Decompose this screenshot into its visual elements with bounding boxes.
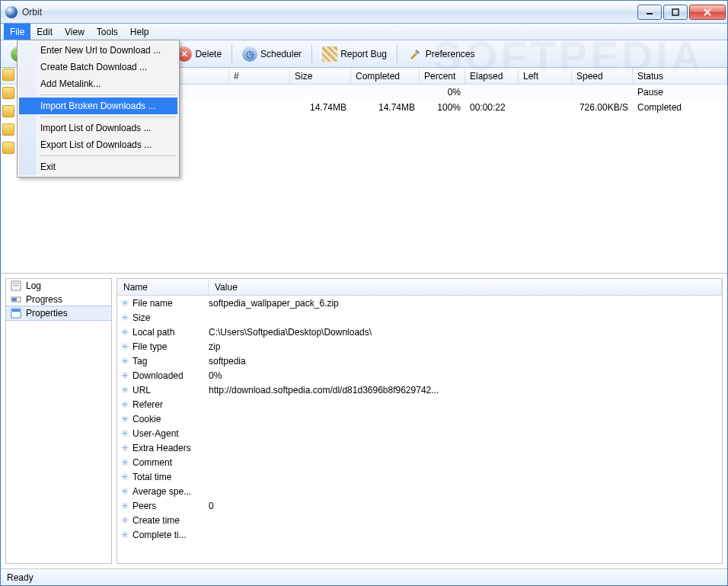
- tb-preferences-label: Preferences: [426, 49, 475, 59]
- th-speed[interactable]: Speed: [572, 68, 633, 84]
- nav-log-label: Log: [26, 280, 41, 291]
- expand-icon[interactable]: ✳: [117, 298, 133, 309]
- tb-separator: [397, 45, 398, 63]
- nav-properties[interactable]: Properties: [5, 306, 112, 321]
- td-status: Completed: [633, 102, 727, 113]
- category-gutter: [0, 69, 17, 160]
- td-percent: 0%: [420, 87, 465, 98]
- expand-icon[interactable]: ✳: [117, 327, 133, 338]
- td-percent: 100%: [420, 102, 465, 113]
- tb-scheduler[interactable]: ◷Scheduler: [237, 44, 307, 64]
- expand-icon[interactable]: ✳: [117, 457, 133, 468]
- expand-icon[interactable]: ✳: [117, 399, 133, 410]
- properties-body: ✳File namesoftpedia_wallpaper_pack_6.zip…: [117, 296, 722, 563]
- tb-delete-label: Delete: [195, 49, 222, 59]
- th-num[interactable]: #: [229, 68, 290, 84]
- properties-icon: [11, 308, 21, 319]
- menu-view[interactable]: View: [59, 24, 91, 40]
- category-icon[interactable]: [2, 69, 14, 81]
- window-title: Orbit: [22, 7, 42, 18]
- nav-progress[interactable]: Progress: [6, 293, 111, 306]
- expand-icon[interactable]: ✳: [117, 515, 133, 526]
- expand-icon[interactable]: ✳: [117, 428, 133, 439]
- th-completed[interactable]: Completed: [351, 68, 420, 84]
- prop-head-value[interactable]: Value: [209, 279, 722, 295]
- category-icon[interactable]: [2, 142, 14, 154]
- detail-pane: Log Progress Properties Name Value ✳File…: [1, 274, 727, 568]
- property-row[interactable]: ✳Peers0: [117, 498, 722, 513]
- td-completed: 14.74MB: [351, 102, 420, 113]
- prop-head-name[interactable]: Name: [117, 279, 209, 295]
- expand-icon[interactable]: ✳: [117, 370, 133, 381]
- minimize-button[interactable]: [637, 5, 662, 20]
- property-row[interactable]: ✳Complete ti...: [117, 527, 722, 542]
- menu-item[interactable]: Exit: [19, 159, 177, 175]
- th-elapsed[interactable]: Elapsed: [465, 68, 519, 84]
- property-name: Create time: [133, 515, 209, 526]
- expand-icon[interactable]: ✳: [117, 385, 133, 395]
- menu-tools[interactable]: Tools: [91, 24, 124, 40]
- property-value: softpedia_wallpaper_pack_6.zip: [209, 298, 722, 309]
- property-row[interactable]: ✳Downloaded0%: [117, 368, 722, 383]
- property-name: Tag: [133, 356, 209, 367]
- category-icon[interactable]: [2, 87, 14, 99]
- tb-preferences[interactable]: Preferences: [402, 44, 481, 64]
- tb-separator: [231, 45, 232, 63]
- statusbar: Ready: [1, 568, 727, 585]
- maximize-button[interactable]: [663, 5, 688, 20]
- property-row[interactable]: ✳Create time: [117, 513, 722, 527]
- property-row[interactable]: ✳Cookie: [117, 411, 722, 426]
- expand-icon[interactable]: ✳: [117, 356, 133, 367]
- property-row[interactable]: ✳File typezip: [117, 339, 722, 354]
- tb-delete[interactable]: ✕Delete: [171, 44, 227, 64]
- td-status: Pause: [633, 87, 727, 98]
- expand-icon[interactable]: ✳: [117, 530, 133, 540]
- file-menu-dropdown: Enter New Url to Download ...Create Batc…: [17, 40, 180, 178]
- menu-item[interactable]: Export List of Downloads ...: [19, 136, 177, 153]
- menu-item[interactable]: Enter New Url to Download ...: [19, 42, 177, 59]
- property-value: 0: [209, 501, 722, 511]
- property-row[interactable]: ✳URLhttp://download.softpedia.com/dl/d81…: [117, 383, 722, 397]
- category-icon[interactable]: [2, 105, 14, 117]
- property-row[interactable]: ✳Comment: [117, 455, 722, 469]
- expand-icon[interactable]: ✳: [117, 443, 133, 453]
- menu-item[interactable]: Add Metalink...: [19, 75, 177, 92]
- expand-icon[interactable]: ✳: [117, 501, 133, 511]
- expand-icon[interactable]: ✳: [117, 486, 133, 497]
- category-icon[interactable]: [2, 123, 14, 136]
- menu-item[interactable]: Import Broken Downloads ...: [19, 98, 177, 114]
- titlebar[interactable]: Orbit: [1, 1, 727, 24]
- property-row[interactable]: ✳Tagsoftpedia: [117, 354, 722, 368]
- menu-file[interactable]: File: [4, 24, 30, 40]
- property-row[interactable]: ✳File namesoftpedia_wallpaper_pack_6.zip: [117, 296, 722, 310]
- menu-item[interactable]: Import List of Downloads ...: [19, 120, 177, 136]
- expand-icon[interactable]: ✳: [117, 341, 133, 352]
- property-name: File name: [133, 298, 209, 309]
- th-status[interactable]: Status: [633, 68, 727, 84]
- menu-edit[interactable]: Edit: [30, 24, 59, 40]
- td-elapsed: 00:00:22: [465, 102, 519, 113]
- tb-reportbug[interactable]: Report Bug: [317, 44, 392, 64]
- expand-icon[interactable]: ✳: [117, 414, 133, 424]
- close-button[interactable]: [689, 5, 726, 20]
- property-row[interactable]: ✳Average spe...: [117, 484, 722, 498]
- menu-item[interactable]: Create Batch Download ...: [19, 59, 177, 75]
- property-row[interactable]: ✳Total time: [117, 469, 722, 484]
- menu-help[interactable]: Help: [124, 24, 155, 40]
- property-value: zip: [209, 341, 722, 352]
- property-row[interactable]: ✳Local pathC:\Users\Softpedia\Desktop\Do…: [117, 325, 722, 339]
- property-row[interactable]: ✳Size: [117, 310, 722, 325]
- th-left[interactable]: Left: [519, 68, 572, 84]
- th-size[interactable]: Size: [290, 68, 351, 84]
- properties-header: Name Value: [117, 279, 722, 296]
- nav-log[interactable]: Log: [6, 279, 111, 293]
- nav-progress-label: Progress: [26, 294, 62, 305]
- property-row[interactable]: ✳Extra Headers: [117, 440, 722, 455]
- th-percent[interactable]: Percent: [420, 68, 465, 84]
- property-row[interactable]: ✳Referer: [117, 397, 722, 411]
- menu-separator: [40, 94, 176, 95]
- expand-icon[interactable]: ✳: [117, 312, 133, 323]
- expand-icon[interactable]: ✳: [117, 472, 133, 482]
- property-row[interactable]: ✳User-Agent: [117, 426, 722, 440]
- svg-rect-1: [672, 9, 679, 15]
